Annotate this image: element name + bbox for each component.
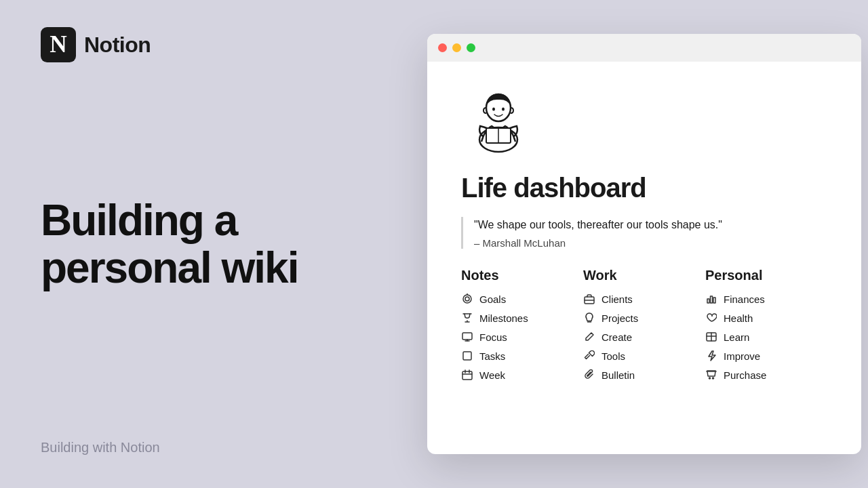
svg-rect-14 [463,352,471,360]
list-item[interactable]: Health [705,312,827,324]
svg-rect-11 [462,333,472,340]
avatar-illustration [461,82,536,157]
left-panel: N Notion Building a personal wiki Buildi… [0,0,420,488]
bulb-icon [583,312,595,324]
svg-text:N: N [50,30,67,58]
bolt-icon [705,350,717,362]
svg-point-6 [492,108,495,111]
life-dashboard-title: Life dashboard [461,173,827,203]
list-item[interactable]: Tasks [461,350,583,362]
browser-titlebar [427,34,861,62]
svg-point-9 [465,297,469,301]
work-items: Clients Projects Create [583,293,705,381]
list-item[interactable]: Goals [461,293,583,305]
work-column: Work Clients Projects [583,268,705,381]
calendar-icon [461,369,473,381]
briefcase-icon [583,293,595,305]
personal-column: Personal Finances Health [705,268,827,381]
table-icon [705,331,717,343]
list-item[interactable]: Purchase [705,369,827,381]
svg-point-7 [502,108,505,111]
work-column-header: Work [583,268,705,283]
page-title-left: Building a personal wiki [41,197,380,292]
svg-point-28 [709,378,711,379]
notes-column-header: Notes [461,268,583,283]
list-item[interactable]: Milestones [461,312,583,324]
subtitle-text: Building with Notion [41,440,160,455]
notion-logo-icon: N [41,27,76,62]
svg-point-8 [463,295,471,303]
logo-area: N Notion [41,27,380,62]
minimize-button-dot[interactable] [452,43,461,52]
main-heading: Building a personal wiki [41,197,380,292]
tools-icon [583,350,595,362]
close-button-dot[interactable] [438,43,447,52]
list-item[interactable]: Create [583,331,705,343]
right-panel: Life dashboard "We shape our tools, ther… [420,0,868,488]
pencil-icon [583,331,595,343]
list-item[interactable]: Improve [705,350,827,362]
browser-window: Life dashboard "We shape our tools, ther… [427,34,861,454]
list-item[interactable]: Week [461,369,583,381]
target-icon [461,293,473,305]
shop-icon [705,369,717,381]
notes-items: Goals Milestones Focus [461,293,583,381]
barchart-icon [705,293,717,305]
personal-items: Finances Health Learn [705,293,827,381]
svg-rect-15 [462,371,472,380]
maximize-button-dot[interactable] [467,43,475,52]
svg-point-29 [713,378,714,379]
notes-column: Notes Goals Milestones [461,268,583,381]
list-item[interactable]: Focus [461,331,583,343]
monitor-icon [461,331,473,343]
list-item[interactable]: Projects [583,312,705,324]
blockquote: "We shape our tools, thereafter our tool… [461,217,827,249]
list-item[interactable]: Finances [705,293,827,305]
list-item[interactable]: Tools [583,350,705,362]
paperclip-icon [583,369,595,381]
logo-text: Notion [84,33,151,58]
svg-rect-23 [711,296,713,303]
personal-column-header: Personal [705,268,827,283]
quote-author: – Marshall McLuhan [474,237,827,249]
dashboard-columns: Notes Goals Milestones [461,268,827,381]
list-item[interactable]: Clients [583,293,705,305]
svg-rect-22 [707,299,709,303]
browser-content: Life dashboard "We shape our tools, ther… [427,62,861,454]
list-item[interactable]: Learn [705,331,827,343]
quote-text: "We shape our tools, thereafter our tool… [474,217,827,233]
svg-rect-24 [713,298,715,303]
trophy-icon [461,312,473,324]
list-item[interactable]: Bulletin [583,369,705,381]
checkbox-icon [461,350,473,362]
heart-icon [705,312,717,324]
